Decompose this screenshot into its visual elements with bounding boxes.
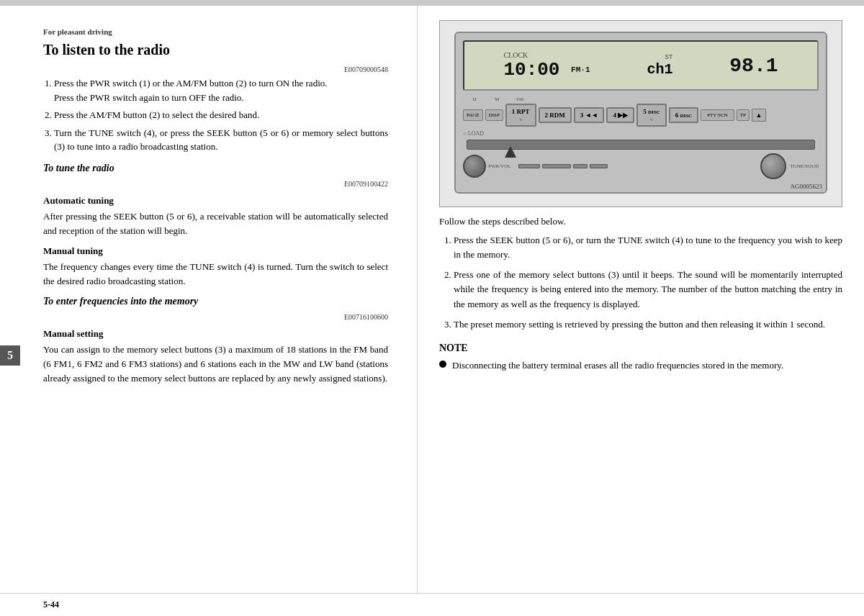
cd-slot bbox=[467, 140, 815, 150]
note-section: NOTE Disconnecting the battery terminal … bbox=[439, 343, 842, 373]
pwr-vol-knob[interactable] bbox=[463, 155, 486, 178]
radio-image: CLOCK 10:00 FM·1 ST ch1 98.1 H bbox=[439, 20, 842, 207]
btn-pty-scn[interactable]: PTY·SCN bbox=[701, 109, 734, 121]
slider-2 bbox=[542, 164, 571, 168]
slider-area bbox=[518, 164, 754, 168]
load-label: ○ LOAD bbox=[463, 130, 484, 137]
note-title: NOTE bbox=[439, 343, 842, 354]
display-left: CLOCK 10:00 FM·1 bbox=[503, 51, 590, 81]
manual-setting-heading: Manual setting bbox=[43, 328, 388, 340]
error-code-2: E00709100422 bbox=[43, 180, 388, 188]
btn-page[interactable]: PAGE bbox=[463, 109, 483, 121]
tune-soud-label: TUNE/SOUD bbox=[790, 163, 819, 169]
right-step-1: Press the SEEK button (5 or 6), or turn … bbox=[454, 233, 842, 262]
button-row: PAGE DISP 1 RPT○ 2 RDM 3 ◄◄ 4 ▶▶ 5 DISC○… bbox=[463, 104, 819, 127]
label-h: H bbox=[464, 96, 485, 102]
display-ch: ch1 bbox=[647, 61, 672, 78]
arrow-indicator bbox=[505, 146, 516, 158]
page-footer: 5-44 bbox=[0, 593, 864, 616]
display-freq: 98.1 bbox=[729, 55, 778, 77]
load-indicator: ○ LOAD bbox=[463, 130, 819, 137]
right-step-2: Press one of the memory select buttons (… bbox=[454, 268, 842, 311]
note-text: Disconnecting the battery terminal erase… bbox=[452, 358, 783, 373]
listen-step-1: Press the PWR switch (1) or the AM/FM bu… bbox=[54, 76, 388, 104]
manual-tuning-heading: Manual tuning bbox=[43, 245, 388, 257]
auto-tuning-text: After pressing the SEEK button (5 or 6),… bbox=[43, 209, 388, 238]
listen-step-3: Turn the TUNE switch (4), or press the S… bbox=[54, 126, 388, 154]
label-m: M bbox=[487, 96, 507, 102]
display-st-label: ST bbox=[665, 54, 673, 61]
error-code-3: E00716100600 bbox=[43, 313, 388, 321]
btn-eject[interactable]: ▲ bbox=[752, 109, 766, 122]
left-column: For pleasant driving To listen to the ra… bbox=[0, 6, 418, 593]
display-fm-badge: FM·1 bbox=[571, 65, 590, 74]
auto-tuning-heading: Automatic tuning bbox=[43, 195, 388, 207]
tune-knob[interactable] bbox=[760, 153, 786, 179]
manual-tuning-text: The frequency changes every time the TUN… bbox=[43, 260, 388, 289]
section-badge: 5 bbox=[0, 345, 20, 366]
note-bullet bbox=[439, 361, 446, 368]
page-number: 5-44 bbox=[43, 599, 59, 610]
btn-1-rpt[interactable]: 1 RPT○ bbox=[505, 104, 536, 127]
manual-setting-text: You can assign to the memory select butt… bbox=[43, 343, 388, 386]
display-time: 10:00 FM·1 bbox=[503, 59, 590, 81]
btn-5-disc[interactable]: 5 DISC○ bbox=[636, 104, 666, 127]
memory-heading: To enter frequencies into the memory bbox=[43, 296, 388, 307]
button-top-labels: H M ·100 bbox=[463, 96, 819, 102]
listen-step-2: Press the AM/FM button (2) to select the… bbox=[54, 108, 388, 122]
radio-display: CLOCK 10:00 FM·1 ST ch1 98.1 bbox=[463, 40, 819, 91]
btn-4-fwd[interactable]: 4 ▶▶ bbox=[606, 107, 634, 123]
tune-heading: To tune the radio bbox=[43, 163, 388, 174]
slider-1 bbox=[518, 164, 540, 168]
ag-code: AG0005623 bbox=[791, 183, 823, 190]
right-step-3: The preset memory setting is retrieved b… bbox=[454, 317, 842, 332]
btn-6-disc[interactable]: 6 DISC bbox=[669, 107, 698, 123]
btn-tp[interactable]: TP bbox=[737, 109, 750, 121]
radio-bottom-row: PWR/VOL TUNE/SOUD bbox=[463, 153, 819, 179]
follow-steps-text: Follow the steps described below. bbox=[439, 216, 842, 227]
error-code-1: E00709000548 bbox=[43, 65, 388, 73]
section-label: For pleasant driving bbox=[43, 27, 388, 36]
note-item: Disconnecting the battery terminal erase… bbox=[439, 358, 842, 373]
display-center: ST ch1 bbox=[647, 54, 672, 78]
listen-steps-list: Press the PWR switch (1) or the AM/FM bu… bbox=[54, 76, 388, 154]
btn-3-back[interactable]: 3 ◄◄ bbox=[574, 107, 605, 123]
right-column: CLOCK 10:00 FM·1 ST ch1 98.1 H bbox=[418, 6, 864, 593]
display-clock-label: CLOCK bbox=[503, 51, 528, 59]
pwr-vol-label: PWR/VOL bbox=[488, 163, 511, 169]
slider-4 bbox=[590, 164, 608, 168]
right-steps-list: Press the SEEK button (5 or 6), or turn … bbox=[454, 233, 842, 332]
btn-2-rdm[interactable]: 2 RDM bbox=[539, 107, 572, 123]
label-100: ·100 bbox=[509, 96, 529, 102]
btn-disp[interactable]: DISP bbox=[485, 109, 503, 121]
top-bar bbox=[0, 0, 864, 6]
main-heading: To listen to the radio bbox=[43, 42, 388, 58]
radio-body: CLOCK 10:00 FM·1 ST ch1 98.1 H bbox=[454, 32, 827, 194]
slider-3 bbox=[573, 164, 588, 168]
